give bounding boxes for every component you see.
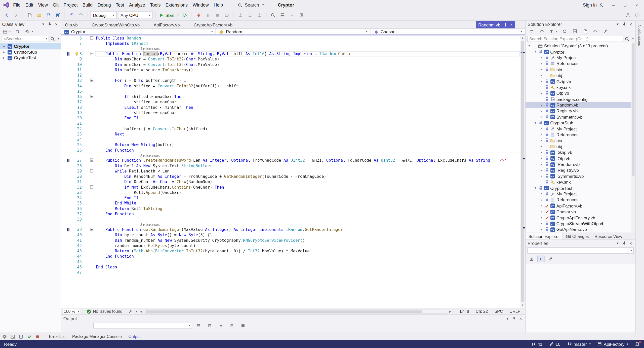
code-line-41[interactable]: 41 Dim random_number As New System.Secur… [61, 237, 520, 243]
code-line-16[interactable]: 16 If shifted > maxChar Then [61, 94, 520, 99]
comment-icon[interactable]: ≡ [288, 11, 296, 19]
tree-item-cryptoapifactory-vb[interactable]: ▸VBCryptoApiFactory.vb [526, 215, 635, 221]
notifications-bell[interactable] [635, 341, 640, 346]
menu-search[interactable]: Search ▾ [234, 2, 267, 9]
chevron-down-icon[interactable]: ▾ [41, 22, 46, 26]
output-source-icon[interactable]: ▤ [194, 322, 203, 330]
code-line-35[interactable]: 35 End While [61, 200, 520, 206]
codelens-references[interactable]: 3 references [61, 222, 520, 227]
step-over-icon[interactable] [246, 11, 254, 19]
expand-arrow-icon[interactable]: ▸ [540, 80, 543, 83]
tree-item-bin[interactable]: ▸bin [526, 66, 635, 73]
detach-icon[interactable]: ▣ [239, 322, 247, 330]
tree-item-obj[interactable]: ▸obj [526, 73, 635, 79]
refresh-icon[interactable] [560, 27, 569, 36]
output-source-combo[interactable]: ▾ [93, 323, 192, 329]
fold-toggle[interactable] [90, 95, 93, 98]
panel-tab-resource-view[interactable]: Resource View [592, 233, 625, 239]
code-line-19[interactable]: 19 shifted += maxChar [61, 110, 520, 115]
navigate-back-icon[interactable] [3, 11, 11, 19]
extension-icon[interactable] [35, 334, 40, 339]
code-line-39[interactable]: 39 Public Function GetRandomInteger(MaxV… [61, 227, 520, 232]
close-icon[interactable]: × [628, 22, 633, 27]
tree-item-references[interactable]: ▸References [526, 61, 635, 67]
zoom-selector[interactable]: 100 % ▾ [62, 309, 81, 314]
code-line-14[interactable]: 14 Dim shifted = Convert.ToInt32(buffer(… [61, 83, 520, 88]
expand-arrow-icon[interactable]: ▾ [534, 50, 537, 54]
code-line-13[interactable]: 13 For i = 0 To buffer.Length - 1 [61, 78, 520, 83]
filter-icon[interactable]: ▾ [548, 27, 558, 36]
tree-item-symmetric-vb[interactable]: ▸VBSymmetric.vb [526, 114, 635, 120]
property-pages-icon[interactable] [547, 256, 554, 262]
live-share-icon[interactable] [624, 11, 632, 19]
tree-item-cryptor[interactable]: ▾VBCryptor [526, 49, 635, 55]
tree-item-my-project[interactable]: ▸My Project [526, 55, 635, 61]
menu-item-tools[interactable]: Tools [148, 2, 163, 8]
scrollbar-thumb[interactable] [521, 41, 524, 302]
git-pending-edits[interactable]: 10 [549, 341, 560, 346]
git-branch-picker[interactable]: master▾ [567, 341, 591, 346]
find-in-files-icon[interactable] [269, 11, 277, 19]
class-view-item-cryptortest[interactable]: ▸VBCryptorTest [0, 55, 61, 60]
class-view-item-cryptorstub[interactable]: ▸VBCryptorStub [0, 49, 61, 55]
all-references-icon[interactable]: ▤ [278, 11, 287, 19]
expand-arrow-icon[interactable]: ▸ [540, 67, 543, 71]
menu-item-git[interactable]: Git [50, 2, 61, 8]
document-health-indicator[interactable]: No issues found [85, 309, 124, 314]
scroll-up-arrow[interactable]: ▲ [520, 36, 525, 41]
code-line-22[interactable]: 22 buffer(i) = Convert.ToChar(shifted) [61, 126, 520, 131]
search-icon[interactable] [50, 36, 55, 41]
feedback-icon[interactable] [633, 11, 641, 19]
tree-item-iotp-vb[interactable]: ▸VBIOtp.vb [526, 155, 635, 161]
chevron-down-icon[interactable]: ▾ [615, 22, 620, 26]
expand-arrow-icon[interactable]: ▸ [540, 139, 543, 143]
tree-item-solution-cryptor-3-of-3-projects-[interactable]: ▾Solution 'Cryptor' (3 of 3 projects) [526, 43, 635, 49]
code-line-32[interactable]: 32 If Not ExcludeChars.Contains(OneChar)… [61, 184, 520, 190]
menu-item-view[interactable]: View [36, 2, 50, 8]
tree-item-getapiname-vb[interactable]: ▸VBGetApiName.vb [526, 226, 635, 232]
settings-icon[interactable] [2, 334, 7, 339]
chevron-down-icon[interactable]: ▾ [615, 241, 620, 245]
restart-icon[interactable] [223, 11, 231, 19]
expand-arrow-icon[interactable]: ▸ [540, 151, 543, 154]
expand-arrow-icon[interactable]: ▸ [540, 216, 543, 220]
expand-arrow-icon[interactable]: ▸ [540, 56, 543, 59]
expand-arrow-icon[interactable]: ▸ [540, 127, 543, 131]
save-icon[interactable] [45, 11, 53, 19]
code-line-12[interactable]: 12 [61, 73, 520, 78]
code-line-40[interactable]: 40 Dim byte_count As Byte() = New Byte(3… [61, 232, 520, 237]
tree-item-my-project[interactable]: ▸My Project [526, 126, 635, 132]
code-line-45[interactable]: 45 [61, 259, 520, 264]
menu-item-edit[interactable]: Edit [23, 2, 36, 8]
expand-arrow-icon[interactable]: ▾ [528, 44, 531, 48]
code-line-10[interactable]: 10 Dim minChar = Convert.ToInt32(Char.Mi… [61, 62, 520, 67]
spaces-indicator[interactable]: SPC [494, 309, 503, 314]
scroll-down-arrow[interactable]: ▼ [520, 303, 525, 308]
tree-item-registry-vb[interactable]: ▸VBRegistry.vb [526, 108, 635, 114]
expand-arrow-icon[interactable]: ▸ [3, 44, 6, 48]
pin-icon[interactable] [503, 22, 508, 27]
panel-tab-git-changes[interactable]: Git Changes [563, 233, 592, 239]
tray-tab-output[interactable]: Output [125, 334, 144, 339]
tree-item-irandom-vb[interactable]: ▸VBIRandom.vb [526, 161, 635, 167]
tray-tab-error-list[interactable]: Error List [46, 334, 69, 339]
solution-explorer-search-input[interactable] [529, 37, 622, 41]
stop-icon[interactable] [213, 11, 222, 19]
code-editor[interactable]: 6Public Class Random7 Implements IRandom… [61, 36, 525, 308]
class-view-settings-icon[interactable]: ▾ [24, 27, 34, 36]
code-line-23[interactable]: 23 Next [61, 131, 520, 136]
code-line-11[interactable]: 11 Dim buffer = source.ToCharArray() [61, 67, 520, 72]
maximize-button[interactable]: □ [619, 1, 631, 10]
tab-CryptoApiFactory.vb[interactable]: CryptoApiFactory.vb [191, 21, 235, 28]
code-line-27[interactable]: 27 Public Function CreateRandomPassword(… [61, 158, 520, 163]
type-dropdown[interactable]: Random ▾ [216, 29, 371, 34]
tree-item-cryptortest[interactable]: ▾VBCryptorTest [526, 185, 635, 191]
tab-Random.vb-active[interactable]: Random.vb× [476, 21, 515, 28]
menu-item-build[interactable]: Build [80, 2, 95, 8]
expand-arrow-icon[interactable]: ▸ [540, 222, 543, 225]
alphabetical-icon[interactable]: A↓ [538, 256, 545, 262]
code-line-24[interactable]: 24 [61, 137, 520, 142]
menu-item-help[interactable]: Help [211, 2, 225, 8]
project-dropdown[interactable]: VB Cryptor ▾ [61, 29, 216, 34]
class-view-search-input[interactable] [4, 37, 45, 41]
